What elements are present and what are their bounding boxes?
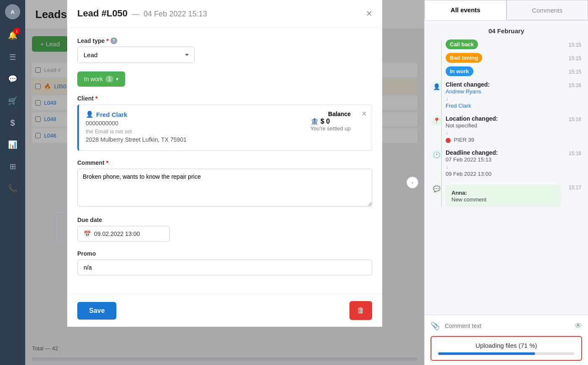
eye-icon[interactable]: 👁 [575,322,582,331]
status-button[interactable]: In work 1 ▾ [77,71,125,87]
comment-label: Comment * [77,159,372,166]
tab-comments[interactable]: Comments [507,0,588,20]
main-area: Leads + Lead ● Lead Lead # 🔥 L050 L049 [25,0,424,365]
event-client-changed: 👤 Client changed: Andrew Ryans ↓ Fred Cl… [431,81,581,109]
person-icon: 👤 [86,111,94,118]
chevron-down-icon: ▾ [116,76,118,82]
location-to: PIER 39 [446,137,474,143]
modal-body: Lead type * ? Lead In work 1 ▾ [67,27,382,294]
client-card: 👤 Fred Clark 0000000000 the Email is not… [77,104,372,151]
required-marker: * [106,37,108,44]
sidebar-item-grid[interactable]: ⊞ [3,157,22,176]
events-area[interactable]: 04 February Call back 15:15 Bad timing 1… [425,21,588,315]
client-changed-title: Client changed: [446,81,490,88]
due-date-field[interactable]: 📅 09.02.2022 13:00 [77,226,170,242]
event-time: 15:15 [565,54,581,61]
status-group: In work 1 ▾ [77,71,372,87]
modal-title: Lead #L050 [77,8,128,19]
event-time: 15:16 [565,81,581,88]
comment-author: Anna: [452,190,467,196]
client-group: Client * 👤 Fred Clark 0000000000 the Ema… [77,95,372,151]
balance-amount: 🏦 $ 0 [310,117,351,125]
sidebar-item-filter[interactable]: ☰ [3,48,22,66]
balance-settled: You're settled up [310,125,351,132]
cart-icon: 🛒 [8,96,17,106]
promo-label: Promo [77,250,372,257]
tab-all-events[interactable]: All events [425,0,507,20]
comment-input-area: 📎 👁 Uploading files (71 %) [425,315,588,365]
modal-close-button[interactable]: × [366,8,372,19]
modal-overlay: Lead #L050 — 04 Feb 2022 15:13 × Lead ty… [25,0,424,365]
tag-bad-timing: Bad timing [446,53,482,63]
modal-header: Lead #L050 — 04 Feb 2022 15:13 × [67,0,382,27]
right-panel-tabs: All events Comments [425,0,588,21]
client-to: Fred Clark [446,103,471,109]
chart-icon: 📊 [8,140,17,149]
balance-section: Balance 🏦 $ 0 You're settled up [310,111,351,132]
event-in-work: In work 15:15 [431,67,581,75]
help-icon[interactable]: ? [110,37,117,44]
sidebar-item-reports[interactable]: 📊 [3,135,22,154]
grid-icon: ⊞ [10,162,16,171]
comment-bubble: Anna: New comment [446,185,561,207]
phone-icon: 📞 [8,184,17,193]
deadline-to: 09 Feb 2022 13:00 [446,171,491,177]
due-date-group: Due date 📅 09.02.2022 13:00 [77,217,372,242]
sidebar-item-messages[interactable]: 💬 [3,70,22,88]
comment-textarea[interactable]: Broken phone, wants to know the repair p… [77,169,372,206]
event-time: 15:17 [565,183,581,190]
required-marker: * [106,159,108,166]
lead-type-select[interactable]: Lead [77,47,195,63]
balance-icon: 🏦 [310,117,319,125]
lead-type-group: Lead type * ? Lead [77,37,372,63]
comment-text-input[interactable] [443,319,571,333]
client-remove-button[interactable]: × [362,109,367,119]
event-bad-timing: Bad timing 15:15 [431,54,581,61]
upload-progress-box: Uploading files (71 %) [430,336,582,361]
deadline-changed-icon: 🕐 [431,150,441,160]
event-deadline-changed: 🕐 Deadline changed: 07 Feb 2022 15:13 ↓ … [431,149,581,177]
lead-type-label: Lead type * ? [77,37,372,44]
required-marker: * [95,95,97,102]
event-time: 15:16 [565,149,581,156]
dollar-icon: $ [10,118,15,128]
counter-badge: 1 [105,76,113,82]
lead-modal: Lead #L050 — 04 Feb 2022 15:13 × Lead ty… [67,0,382,327]
upload-text: Uploading files (71 %) [438,342,575,349]
progress-bar-fill [438,352,535,355]
sidebar: A 🔔 1 ☰ 💬 🛒 $ 📊 ⊞ 📞 [0,0,25,365]
save-button[interactable]: Save [77,302,116,320]
client-changed-icon: 👤 [431,82,441,92]
messages-icon: 💬 [8,74,17,84]
location-changed-icon: 📍 [431,116,441,126]
client-address: 2028 Mulberry Street Lufkin, TX 75901 [86,136,365,143]
sidebar-item-phone[interactable]: 📞 [3,179,22,198]
modal-date: 04 Feb 2022 15:13 [144,10,207,19]
comment-group: Comment * Broken phone, wants to know th… [77,159,372,208]
calendar-icon: 📅 [84,230,91,237]
avatar[interactable]: A [5,4,20,19]
events-list: Call back 15:15 Bad timing 15:15 In work… [431,40,581,207]
sidebar-item-cart[interactable]: 🛒 [3,92,22,110]
location-dot [446,138,451,143]
collapse-button[interactable]: › [407,177,418,188]
delete-button[interactable]: 🗑 [349,301,372,320]
sidebar-item-dollar[interactable]: $ [3,114,22,132]
event-anna-comment: 💬 Anna: New comment 15:17 [431,183,581,207]
promo-input[interactable] [77,259,372,275]
modal-separator: — [132,10,139,19]
location-changed-title: Location changed: [446,115,498,122]
comment-input-row: 📎 👁 [430,319,582,333]
attachment-icon: 📎 [430,321,440,331]
filter-icon: ☰ [9,53,16,62]
deadline-changed-title: Deadline changed: [446,149,498,156]
client-label: Client * [77,95,372,102]
sidebar-item-notifications[interactable]: 🔔 1 [3,26,22,45]
tag-call-back: Call back [446,40,478,49]
modal-footer: Save 🗑 [67,294,382,327]
right-panel: All events Comments 04 February Call bac… [424,0,588,365]
comment-text: New comment [452,196,555,203]
due-date-label: Due date [77,217,372,223]
comment-icon: 💬 [431,184,441,194]
event-location-changed: 📍 Location changed: Not specified ↓ PIER… [431,115,581,143]
